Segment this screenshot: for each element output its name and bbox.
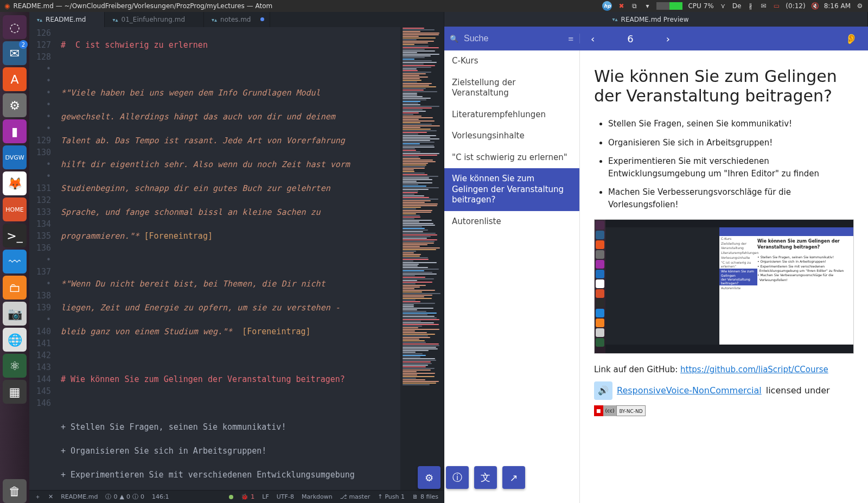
app-dvgw-icon[interactable]: DVGW xyxy=(3,145,27,169)
grammar[interactable]: Markdown xyxy=(302,493,333,500)
share-button[interactable]: ↗ xyxy=(502,466,525,489)
firefox-icon[interactable]: 🦊 xyxy=(3,171,27,195)
github-link[interactable]: https://github.com/liaScript/CCourse xyxy=(680,365,828,374)
cpu-meter xyxy=(656,2,682,10)
system-top-bar: ◉ README.md — ~/OwnCloudFreiberg/Vorlesu… xyxy=(0,0,868,12)
cpu-label: CPU 7% xyxy=(688,2,713,10)
thunderbird-icon[interactable]: ✉2 xyxy=(3,41,27,65)
info-button[interactable]: ⓘ xyxy=(446,466,469,489)
toc-item-active[interactable]: Wie können Sie zum Gelingen der Veransta… xyxy=(444,168,579,211)
modified-dot-icon xyxy=(260,17,264,21)
tab-bar-left: ▾▴README.md ▾▴01_Einfuehrung.md ▾▴notes.… xyxy=(29,12,444,27)
menu-icon[interactable]: ≡ xyxy=(568,35,574,43)
cc-license-badge: ■(cc)BY-NC-ND xyxy=(594,405,646,416)
toc-item[interactable]: C-Kurs xyxy=(444,50,579,72)
preview-action-bar: ⚙ ⓘ 文 ↗ xyxy=(418,466,525,489)
editor-pane: ▾▴README.md ▾▴01_Einfuehrung.md ▾▴notes.… xyxy=(29,12,444,503)
mail-badge: 2 xyxy=(19,40,28,49)
toc-item[interactable]: Vorlesungsinhalte xyxy=(444,125,579,147)
camera-icon[interactable]: 📷 xyxy=(3,302,27,326)
status-filename[interactable]: README.md xyxy=(61,493,98,500)
toc-item[interactable]: Literaturempfehlungen xyxy=(444,104,579,126)
preview-pane: ▾▴README.md Preview 🔍 ≡ ‹ 6 › 👂 xyxy=(444,12,868,503)
content-title: Wie können Sie zum Gelingen der Veransta… xyxy=(594,67,854,106)
git-push[interactable]: ↑ Push 1 xyxy=(378,493,405,500)
list-item: Stellen Sie Fragen, seinen Sie kommunika… xyxy=(608,118,854,130)
tab-readme[interactable]: ▾▴README.md xyxy=(29,12,105,27)
tab-label: README.md Preview xyxy=(621,16,689,23)
app-home-icon[interactable]: HOME xyxy=(3,198,27,221)
tab-label: README.md xyxy=(46,16,86,23)
hp-icon: hp xyxy=(602,1,612,11)
session-icon[interactable]: ⚙ xyxy=(856,2,864,10)
window-title: README.md — ~/OwnCloudFreiberg/Vorlesung… xyxy=(13,2,272,10)
list-item: Experimentieren Sie mit verschiedenen En… xyxy=(608,155,854,180)
bluetooth-icon: ∦ xyxy=(746,2,754,10)
new-file-icon[interactable]: ＋ xyxy=(35,493,41,501)
files-icon[interactable]: 🗀 xyxy=(3,276,27,300)
toc-item[interactable]: "C ist schwierig zu erlernen" xyxy=(444,147,579,169)
bullet-list: Stellen Sie Fragen, seinen Sie kommunika… xyxy=(594,118,854,211)
code-area[interactable]: # C ist schwierig zu erlernen *"Viele ha… xyxy=(55,27,400,490)
triangle-icon: ▾ xyxy=(643,2,651,10)
screenshot-image: C-KursZielstellung derVeranstaltungLiter… xyxy=(594,219,854,354)
list-item: Machen Sie Verbesserungsvorschläge für d… xyxy=(608,186,854,211)
settings-icon[interactable]: ⚙ xyxy=(3,93,27,117)
markdown-icon: ▾▴ xyxy=(37,17,42,23)
tab-preview[interactable]: ▾▴README.md Preview xyxy=(444,12,868,27)
text-editor[interactable]: 126127128••••••129130••13113213313413513… xyxy=(29,27,444,490)
next-page-icon[interactable]: › xyxy=(666,33,670,44)
toc-item[interactable]: Zielstellung der Veranstaltung xyxy=(444,72,579,104)
battery-time: (0:12) xyxy=(786,2,805,10)
line-gutter: 126127128••••••129130••13113213313413513… xyxy=(29,27,55,490)
monitor-icon[interactable]: 〰 xyxy=(3,250,27,273)
bug-count[interactable]: 🐞 1 xyxy=(241,493,254,500)
atom-icon[interactable]: ⚛ xyxy=(3,354,27,378)
markdown-icon: ▾▴ xyxy=(112,17,118,23)
dash-icon[interactable]: ◌ xyxy=(3,15,27,39)
line-ending[interactable]: LF xyxy=(262,493,269,500)
workspace-switcher-icon[interactable]: ▦ xyxy=(3,380,27,404)
trash-icon[interactable]: 🗑 xyxy=(3,479,27,503)
preview-content: Wie können Sie zum Gelingen der Veransta… xyxy=(580,50,868,503)
sync-error-icon: ✖ xyxy=(617,2,625,10)
project-files[interactable]: 🗎 8 files xyxy=(412,493,438,500)
tab-bar-right: ▾▴README.md Preview xyxy=(444,12,868,27)
github-link-para: Link auf den GitHub: https://github.com/… xyxy=(594,364,854,376)
speaker-icon[interactable]: 🔊 xyxy=(594,381,612,400)
tab-notes[interactable]: ▾▴notes.md xyxy=(204,12,270,27)
wifi-icon: ⋎ xyxy=(719,2,727,10)
minimap[interactable] xyxy=(400,27,444,490)
clock[interactable]: 8:16 AM xyxy=(824,2,851,10)
status-bar: ＋ ✕ README.md ⓘ 0 ▲ 0 ⓘ 0 146:1 🐞 1 LF U… xyxy=(29,490,444,503)
app-purple-icon[interactable]: ▮ xyxy=(3,119,27,143)
close-icon[interactable]: ✕ xyxy=(48,493,53,500)
markdown-icon: ▾▴ xyxy=(212,17,217,23)
ubuntu-logo-icon: ◉ xyxy=(4,2,10,10)
search-input[interactable] xyxy=(464,34,551,43)
toc-item[interactable]: Autorenliste xyxy=(444,211,579,233)
battery-icon: ▭ xyxy=(773,2,780,10)
software-center-icon[interactable]: A xyxy=(3,67,27,91)
table-of-contents: C-Kurs Zielstellung der Veranstaltung Li… xyxy=(444,50,580,503)
translate-button[interactable]: 文 xyxy=(474,466,497,489)
prev-page-icon[interactable]: ‹ xyxy=(591,33,595,44)
volume-icon[interactable]: 🔇 xyxy=(811,2,819,10)
git-branch[interactable]: ⎇ master xyxy=(340,493,370,500)
rv-link[interactable]: ResponsiveVoice-NonCommercial xyxy=(617,384,762,397)
settings-button[interactable]: ⚙ xyxy=(418,466,441,489)
terminal-icon[interactable]: >_ xyxy=(3,224,27,247)
app-blue-icon[interactable]: 🌐 xyxy=(3,328,27,352)
list-item: Organisieren Sie sich in Arbeitsgruppen! xyxy=(608,137,854,149)
encoding[interactable]: UTF-8 xyxy=(277,493,294,500)
tab-label: notes.md xyxy=(220,16,251,23)
keyboard-lang[interactable]: De xyxy=(732,2,742,10)
ear-icon[interactable]: 👂 xyxy=(845,33,857,44)
tab-einfuehrung[interactable]: ▾▴01_Einfuehrung.md xyxy=(105,12,204,27)
search-icon[interactable]: 🔍 xyxy=(450,35,458,43)
linter-status[interactable]: ⓘ 0 ▲ 0 ⓘ 0 xyxy=(105,493,144,501)
status-ok-icon xyxy=(229,495,233,499)
mail-icon[interactable]: ✉ xyxy=(760,2,767,10)
cursor-position[interactable]: 146:1 xyxy=(152,493,169,500)
tab-label: 01_Einfuehrung.md xyxy=(122,16,186,23)
